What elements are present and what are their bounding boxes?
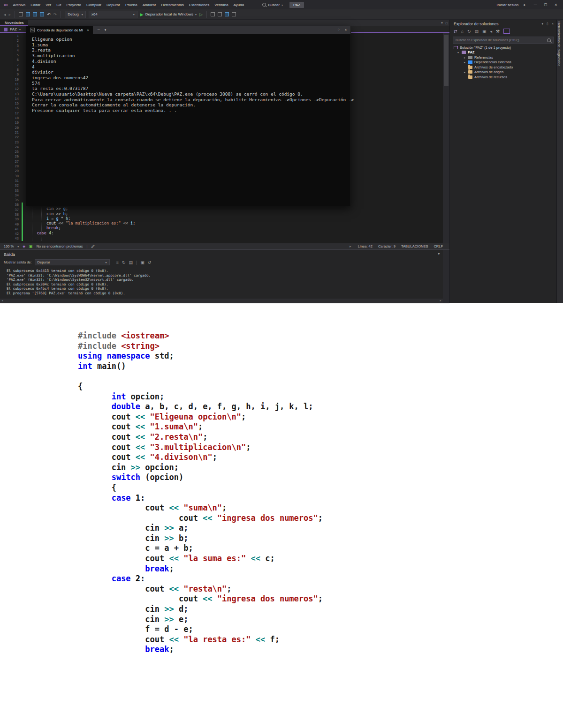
configuration-dropdown[interactable]: Debug▾ — [65, 11, 86, 18]
code-line: break; — [78, 645, 323, 655]
code-line: cout << "la resta es:" << f; — [78, 635, 323, 645]
pencil-icon[interactable]: 🖉 — [91, 244, 95, 248]
console-tab[interactable]: >_ Consola de depuración de Mi × — [26, 26, 93, 34]
menu-extensiones[interactable]: Extensiones — [187, 2, 212, 8]
refresh-icon[interactable]: ↻ — [467, 29, 471, 34]
console-tab-close-icon[interactable]: × — [87, 29, 89, 32]
output-icon-wrap[interactable]: ↻ — [122, 260, 126, 265]
close-button[interactable]: × — [551, 0, 561, 9]
diagnostics-tool-tab[interactable]: Herramientas de diagnóstico — [557, 22, 561, 66]
menu-prueba[interactable]: Prueba — [123, 2, 140, 8]
menu-depurar[interactable]: Depurar — [104, 2, 122, 8]
menu-editar[interactable]: Editar — [28, 2, 43, 8]
menu-archivo[interactable]: Archivo — [11, 2, 28, 8]
start-debugging-button[interactable]: ▶ Depurador local de Windows ▾ — [140, 12, 197, 17]
toolbar-icon[interactable] — [211, 12, 215, 16]
save-all-icon[interactable] — [40, 12, 44, 16]
toolbar-icon[interactable] — [218, 12, 222, 16]
output-icon-expand[interactable]: ↺ — [148, 260, 152, 265]
chevron-down-icon: ▾ — [133, 13, 135, 16]
save-icon[interactable] — [33, 12, 37, 16]
menu-ayuda[interactable]: Ayuda — [231, 2, 247, 8]
restore-button[interactable]: □ — [540, 0, 551, 9]
tab-novedades[interactable]: Novedades — [0, 20, 28, 26]
toolbar-icon[interactable] — [232, 12, 236, 16]
zoom-level[interactable]: 100 % — [4, 244, 14, 248]
output-log: El subproceso 0x4415 terminó con código … — [7, 269, 151, 296]
scroll-left-icon[interactable]: ◂ — [0, 299, 5, 303]
show-all-files-icon[interactable]: ▣ — [482, 29, 487, 34]
tree-item-referencias[interactable]: ▸Referencias — [450, 55, 556, 60]
output-vertical-scrollbar[interactable] — [443, 250, 449, 303]
code-line: cin >> b; — [78, 533, 323, 544]
preview-icon[interactable] — [503, 29, 510, 34]
console-close-icon[interactable]: × — [345, 28, 347, 32]
solution-explorer-search[interactable]: Buscar en Explorador de soluciones (Ctrl… — [453, 37, 554, 44]
status-segment[interactable]: Carácter: 9 — [375, 244, 398, 248]
collapse-all-icon[interactable]: ▤ — [475, 29, 479, 34]
panel-chevron-icon[interactable]: ▾ — [542, 22, 544, 26]
console-minimize-icon[interactable]: ─ — [98, 28, 100, 32]
code-line: f = d - e; — [78, 624, 323, 635]
console-layout-icon[interactable]: ⁘ — [337, 28, 340, 32]
panel-pin-icon[interactable]: ▯ — [547, 22, 548, 26]
menu-analizar[interactable]: Analizar — [140, 2, 159, 8]
start-without-debugging-icon[interactable]: ▷ — [199, 12, 203, 17]
output-source-dropdown[interactable]: Depurar▾ — [35, 259, 110, 265]
tree-item-archivos-de-encabezado[interactable]: Archivos de encabezado — [450, 65, 556, 70]
navigate-forward-icon[interactable]: ▸ — [9, 12, 11, 17]
solution-name-badge[interactable]: PAZ — [289, 2, 304, 8]
output-icon-clear[interactable]: ▤ — [129, 260, 133, 265]
chevron-right-icon[interactable]: ▸ — [463, 60, 466, 64]
chevron-down-icon[interactable]: ▾ — [456, 51, 460, 54]
tree-item-archivos-de-origen[interactable]: ▸Archivos de origen — [450, 70, 556, 75]
scrollbar-thumb[interactable] — [444, 35, 449, 86]
undo-icon[interactable]: ↶ — [47, 12, 51, 17]
tree-item-dependencias-externas[interactable]: ▸Dependencias externas — [450, 60, 556, 65]
switch-views-icon[interactable]: ⇄ — [454, 29, 457, 34]
toolbar-icon[interactable] — [225, 12, 229, 16]
properties-icon[interactable]: ⚒ — [496, 29, 500, 34]
tab-list-chevron-icon[interactable]: ▾ — [441, 21, 443, 25]
menu-herramientas[interactable]: Herramientas — [159, 2, 186, 8]
code-line: cout << "1.suma\n"; — [78, 422, 323, 432]
output-horizontal-scrollbar[interactable]: ◂ ▸ — [0, 299, 443, 303]
output-icon-list[interactable]: ≡ — [116, 260, 119, 265]
redo-icon[interactable]: ↷ — [53, 12, 57, 17]
solution-root-row[interactable]: Solución "PAZ" (1 de 1 proyecto) — [450, 45, 556, 50]
problems-status[interactable]: No se encontraron problemas — [37, 244, 83, 248]
editor-vertical-scrollbar[interactable] — [443, 33, 449, 243]
panel-close-icon[interactable]: × — [552, 22, 554, 26]
navigate-back-icon[interactable]: ◂ — [4, 12, 6, 17]
debug-console-window[interactable]: >_ Consola de depuración de Mi × ─ ▾ ⁘ ×… — [26, 26, 351, 206]
menu-ver[interactable]: Ver — [43, 2, 53, 8]
open-file-icon[interactable] — [26, 12, 30, 16]
chevron-right-icon[interactable]: ▸ — [463, 56, 466, 59]
console-dropdown-icon[interactable]: ▾ — [105, 28, 107, 32]
minimize-button[interactable]: ─ — [530, 0, 540, 9]
menu-ventana[interactable]: Ventana — [212, 2, 230, 8]
tree-item-archivos-de-recursos[interactable]: Archivos de recursos — [450, 75, 556, 80]
output-icon-pin[interactable]: ▣ — [140, 260, 145, 265]
status-segment[interactable]: TABULACIONES — [398, 244, 431, 248]
live-share-icon[interactable]: ◈ — [23, 244, 25, 248]
menu-proyecto[interactable]: Proyecto — [64, 2, 84, 8]
project-row[interactable]: ▾ PAZ — [450, 50, 556, 55]
status-segment[interactable]: CRLF — [431, 244, 446, 248]
new-project-icon[interactable] — [19, 12, 23, 16]
back-icon[interactable]: ◂ — [490, 29, 493, 34]
panel-chevron-icon[interactable]: ▾ — [438, 252, 440, 256]
sign-in-link[interactable]: Iniciar sesión — [496, 3, 518, 7]
menu-git[interactable]: Git — [54, 2, 63, 8]
tree-item-label: Archivos de recursos — [474, 75, 507, 79]
navigation-project[interactable]: PAZ — [10, 27, 17, 31]
platform-dropdown[interactable]: x64▾ — [89, 11, 137, 18]
chevron-right-icon[interactable]: ▸ — [463, 70, 466, 74]
search-box[interactable]: Buscar ▾ — [262, 3, 283, 7]
status-segment[interactable]: Línea: 42 — [355, 244, 375, 248]
scroll-right-icon[interactable]: ▸ — [438, 299, 443, 303]
home-icon[interactable]: ⌂ — [461, 29, 464, 34]
output-panel-title[interactable]: Salida — [4, 252, 15, 257]
split-window-icon[interactable]: □ — [446, 22, 448, 25]
menu-compilar[interactable]: Compilar — [84, 2, 104, 8]
